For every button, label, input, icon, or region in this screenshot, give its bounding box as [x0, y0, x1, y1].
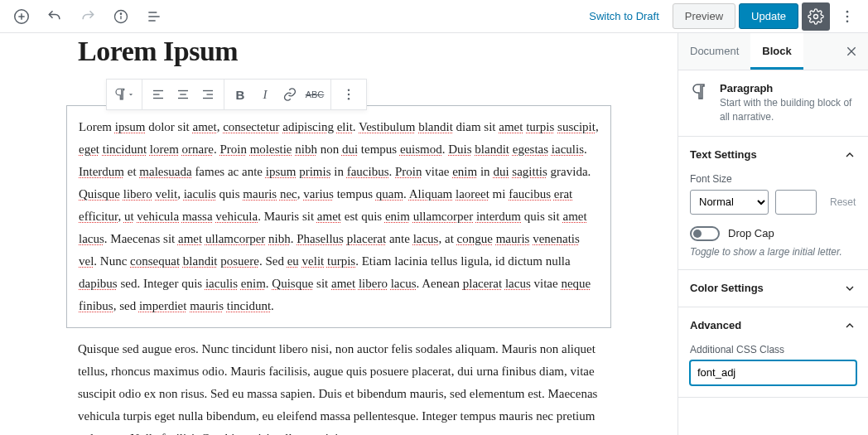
more-vertical-icon	[341, 87, 356, 102]
strikethrough-button[interactable]: ABC	[302, 80, 327, 109]
block-more-button[interactable]	[335, 80, 363, 109]
align-center-icon	[176, 87, 190, 102]
pilcrow-icon	[690, 82, 710, 102]
svg-point-9	[814, 14, 818, 18]
font-size-reset-button[interactable]: Reset	[823, 191, 862, 213]
link-icon	[282, 87, 297, 102]
drop-cap-toggle[interactable]	[690, 226, 720, 241]
settings-toggle-button[interactable]	[802, 2, 830, 31]
post-title[interactable]: Lorem Ipsum	[78, 33, 600, 67]
italic-icon: I	[263, 88, 268, 102]
info-circle-icon	[113, 8, 129, 25]
add-block-button[interactable]	[7, 2, 36, 31]
more-vertical-icon	[839, 8, 856, 25]
svg-point-23	[348, 94, 350, 95]
preview-button[interactable]: Preview	[673, 3, 735, 29]
drop-cap-hint: Toggle to show a large initial letter.	[690, 246, 856, 258]
css-class-label: Additional CSS Class	[690, 344, 856, 355]
block-card: Paragraph Start with the building block …	[678, 70, 868, 137]
align-center-button[interactable]	[171, 80, 195, 109]
panel-text-settings-toggle[interactable]: Text Settings	[678, 137, 868, 173]
gear-icon	[808, 8, 824, 25]
panel-color-settings-toggle[interactable]: Color Settings	[678, 270, 868, 307]
undo-button[interactable]	[40, 2, 70, 31]
close-sidebar-button[interactable]	[835, 33, 868, 70]
link-button[interactable]	[277, 80, 302, 109]
plus-circle-icon	[12, 7, 31, 26]
chevron-down-icon	[127, 90, 135, 99]
svg-point-5	[120, 13, 121, 14]
bold-button[interactable]: B	[228, 80, 253, 109]
strikethrough-icon: ABC	[306, 89, 325, 99]
block-navigation-button[interactable]	[139, 2, 169, 31]
svg-point-10	[846, 10, 849, 12]
panel-advanced-toggle[interactable]: Advanced	[678, 307, 868, 344]
block-name: Paragraph	[720, 82, 856, 94]
tab-document[interactable]: Document	[678, 33, 750, 70]
font-size-custom-input[interactable]	[775, 190, 817, 215]
switch-to-draft-button[interactable]: Switch to Draft	[579, 3, 669, 29]
chevron-up-icon	[843, 319, 856, 332]
settings-sidebar: Document Block Paragraph Start with the …	[678, 33, 868, 435]
font-size-label: Font Size	[690, 173, 856, 185]
svg-point-12	[846, 20, 849, 22]
align-right-icon	[200, 87, 215, 102]
chevron-up-icon	[843, 148, 856, 162]
svg-point-11	[846, 15, 849, 17]
css-class-input[interactable]	[690, 360, 856, 385]
more-menu-button[interactable]	[833, 2, 861, 31]
align-left-icon	[151, 87, 166, 102]
editor-canvas[interactable]: Lorem Ipsum Lorem ipsum dolor sit amet, …	[0, 33, 678, 435]
svg-point-24	[348, 98, 350, 99]
redo-icon	[80, 8, 96, 25]
undo-icon	[46, 8, 63, 25]
paragraph-block-selected[interactable]: Lorem ipsum dolor sit amet, consectetur …	[66, 105, 611, 328]
block-type-button[interactable]	[110, 80, 138, 109]
tab-block[interactable]: Block	[750, 33, 803, 70]
svg-point-22	[348, 89, 350, 91]
paragraph-block[interactable]: Quisque sed augue eros. Nunc tincidunt l…	[78, 328, 600, 435]
chevron-down-icon	[843, 282, 856, 295]
content-info-button[interactable]	[106, 2, 136, 31]
outline-icon	[146, 8, 162, 25]
align-right-button[interactable]	[195, 80, 220, 109]
editor-top-bar: Switch to Draft Preview Update	[0, 0, 868, 33]
font-size-select[interactable]: Normal	[690, 190, 769, 215]
bold-icon: B	[236, 88, 245, 102]
block-toolbar: B I ABC	[106, 79, 367, 110]
update-button[interactable]: Update	[739, 3, 798, 29]
redo-button[interactable]	[73, 2, 103, 31]
italic-button[interactable]: I	[253, 80, 277, 109]
block-description: Start with the building block of all nar…	[720, 96, 856, 124]
drop-cap-label: Drop Cap	[728, 227, 774, 239]
align-left-button[interactable]	[146, 80, 171, 109]
close-icon	[845, 45, 858, 58]
